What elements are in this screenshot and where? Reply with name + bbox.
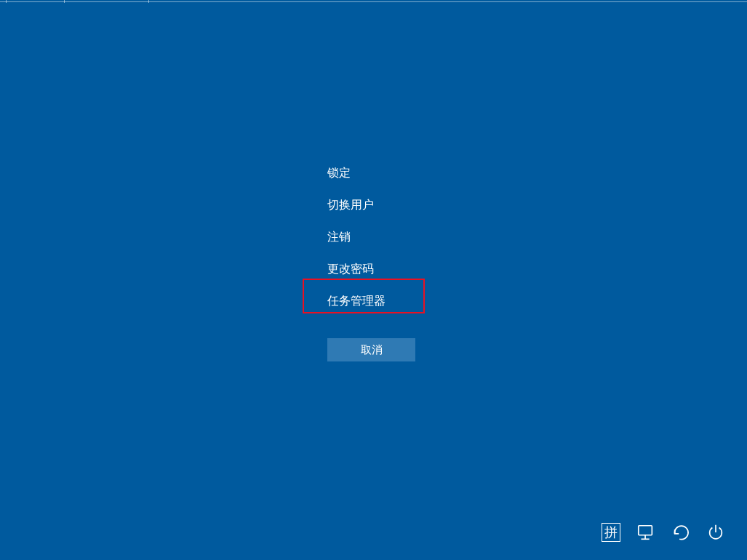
network-icon[interactable] <box>636 523 655 542</box>
option-lock[interactable]: 锁定 <box>327 165 386 181</box>
svg-rect-0 <box>639 526 652 535</box>
top-tick <box>64 0 65 3</box>
top-border-line <box>0 1 747 2</box>
options-list: 锁定 切换用户 注销 更改密码 任务管理器 <box>327 165 386 325</box>
security-options-screen: 锁定 切换用户 注销 更改密码 任务管理器 取消 拼 <box>0 0 747 560</box>
ease-of-access-icon[interactable] <box>671 523 690 542</box>
ime-icon[interactable]: 拼 <box>602 523 620 542</box>
power-icon[interactable] <box>706 523 725 542</box>
option-sign-out[interactable]: 注销 <box>327 229 386 245</box>
option-switch-user[interactable]: 切换用户 <box>327 197 386 213</box>
bottom-icon-bar: 拼 <box>602 523 725 542</box>
top-tick <box>148 0 149 3</box>
top-tick <box>6 0 7 3</box>
option-task-manager[interactable]: 任务管理器 <box>327 293 386 309</box>
cancel-button[interactable]: 取消 <box>327 338 415 361</box>
option-change-password[interactable]: 更改密码 <box>327 261 386 277</box>
